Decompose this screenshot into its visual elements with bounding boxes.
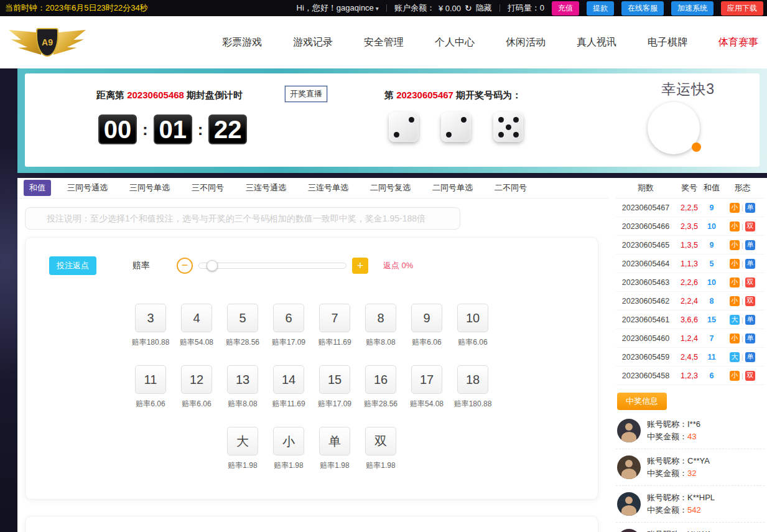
bet-option-5[interactable]: 5赔率28.56: [220, 304, 265, 348]
divider: [500, 4, 500, 12]
app-download-button[interactable]: 应用下载: [721, 1, 763, 16]
odds-plus-button[interactable]: +: [352, 258, 368, 274]
customer-service-button[interactable]: 在线客服: [621, 1, 664, 16]
user-menu[interactable]: Hi，您好！gagaqince▾: [297, 2, 379, 14]
odds-slider-handle[interactable]: [207, 260, 218, 271]
option-value[interactable]: 4: [181, 304, 212, 332]
chevron-down-icon: ▾: [376, 5, 379, 12]
nav-item-lottery[interactable]: 彩票游戏: [222, 36, 262, 49]
bet-option-3[interactable]: 3赔率180.88: [128, 304, 173, 348]
bet-option-big[interactable]: 大赔率1.98: [220, 427, 265, 471]
option-value[interactable]: 12: [181, 365, 212, 394]
option-value[interactable]: 15: [319, 365, 350, 394]
winner-name: K**HPL: [687, 493, 715, 502]
option-value[interactable]: 单: [319, 427, 350, 455]
option-value[interactable]: 8: [365, 304, 396, 332]
countdown-suffix: 期封盘倒计时: [187, 90, 243, 100]
option-value[interactable]: 大: [227, 427, 258, 455]
deposit-button[interactable]: 充值: [552, 1, 579, 16]
winners-title-button[interactable]: 中奖信息: [617, 393, 667, 410]
option-value[interactable]: 5: [227, 304, 258, 332]
speed-system-button[interactable]: 加速系统: [671, 1, 714, 16]
die-pip: [400, 116, 407, 123]
option-value[interactable]: 9: [411, 304, 442, 332]
bet-rebate-button[interactable]: 投注返点: [49, 256, 96, 275]
tab-sanbutonghao[interactable]: 三不同号: [186, 180, 230, 196]
bet-option-13[interactable]: 13赔率8.08: [220, 365, 265, 409]
tab-santonghao-danxuan[interactable]: 三同号单选: [124, 180, 175, 196]
option-value[interactable]: 双: [365, 427, 396, 455]
option-value[interactable]: 7: [319, 304, 350, 332]
hide-balance-button[interactable]: 隐藏: [476, 2, 492, 14]
option-value[interactable]: 3: [135, 304, 166, 332]
odds-minus-button[interactable]: −: [177, 258, 193, 274]
bet-option-8[interactable]: 8赔率8.08: [358, 304, 403, 348]
bet-option-15[interactable]: 15赔率17.09: [312, 365, 357, 409]
tab-ertonghao-fuxuan[interactable]: 二同号复选: [365, 180, 416, 196]
bet-option-17[interactable]: 17赔率54.08: [404, 365, 449, 409]
refresh-balance-icon[interactable]: ↻: [465, 3, 472, 13]
option-value[interactable]: 11: [135, 365, 166, 394]
tab-santonghao-tongxuan[interactable]: 三同号通选: [62, 180, 113, 196]
nav-item-boardgames[interactable]: 电子棋牌: [648, 36, 687, 49]
header-sum: 和值: [703, 182, 720, 194]
row-issue: 20230605458: [616, 371, 676, 380]
bet-option-small[interactable]: 小赔率1.98: [266, 427, 311, 471]
option-value[interactable]: 18: [457, 365, 488, 394]
bet-option-14[interactable]: 14赔率11.69: [266, 365, 311, 409]
option-odds: 赔率8.08: [228, 399, 257, 409]
odds-label: 赔率: [132, 260, 150, 271]
option-value[interactable]: 13: [227, 365, 258, 394]
tab-ertonghao-danxuan[interactable]: 二同号单选: [427, 180, 478, 196]
tab-hezhi[interactable]: 和值: [24, 180, 51, 196]
winner-name-label: 账号昵称：: [647, 419, 687, 429]
option-value[interactable]: 10: [457, 304, 488, 332]
option-value[interactable]: 16: [365, 365, 396, 394]
option-value[interactable]: 6: [273, 304, 304, 332]
bet-option-6[interactable]: 6赔率17.09: [266, 304, 311, 348]
odds-slider[interactable]: [198, 263, 346, 269]
row-shape: 小|双: [720, 296, 765, 306]
main-content: 和值 三同号通选 三同号单选 三不同号 三连号通选 三连号单选 二同号复选 二同…: [17, 178, 767, 532]
nav-item-sports[interactable]: 体育赛事: [718, 36, 758, 49]
bet-option-11[interactable]: 11赔率6.06: [128, 365, 173, 409]
die-pip: [400, 131, 407, 138]
bet-option-16[interactable]: 16赔率28.56: [358, 365, 403, 409]
row-numbers: 2,4,5: [676, 353, 703, 362]
bet-option-even[interactable]: 双赔率1.98: [358, 427, 403, 471]
option-odds: 赔率1.98: [228, 460, 257, 471]
result-row: 202306054662,3,510小|双: [616, 217, 765, 236]
die-pip: [512, 131, 519, 138]
nav-item-security[interactable]: 安全管理: [364, 36, 404, 49]
die-pip: [407, 131, 415, 138]
live-draw-button[interactable]: 开奖直播: [285, 86, 327, 102]
badge-separator: |: [741, 241, 743, 249]
option-value[interactable]: 14: [273, 365, 304, 394]
bet-option-7[interactable]: 7赔率11.69: [312, 304, 357, 348]
bet-option-odd[interactable]: 单赔率1.98: [312, 427, 357, 471]
bet-option-4[interactable]: 4赔率54.08: [174, 304, 219, 348]
tab-sanlianhao-tongxuan[interactable]: 三连号通选: [240, 180, 292, 196]
bet-option-12[interactable]: 12赔率6.06: [174, 365, 219, 409]
die-pip: [460, 116, 467, 123]
bet-option-10[interactable]: 10赔率6.06: [450, 304, 495, 348]
tab-sanlianhao-danxuan[interactable]: 三连号单选: [302, 180, 354, 196]
nav-item-records[interactable]: 游戏记录: [293, 36, 333, 49]
size-badge: 小: [730, 222, 740, 231]
bet-option-9[interactable]: 9赔率6.06: [404, 304, 449, 348]
row-sum: 11: [703, 353, 720, 362]
site-logo[interactable]: A9: [9, 28, 86, 57]
parity-badge: 单: [745, 352, 755, 362]
winner-avatar: [617, 492, 641, 516]
current-clock: 当前时钟：2023年6月5日23时22分34秒: [5, 2, 148, 14]
nav-item-leisure[interactable]: 休闲活动: [506, 36, 546, 49]
withdraw-button[interactable]: 提款: [587, 1, 614, 16]
nav-item-live[interactable]: 真人视讯: [577, 36, 616, 49]
row-sum: 10: [703, 278, 720, 287]
option-value[interactable]: 小: [273, 427, 304, 455]
option-value[interactable]: 17: [411, 365, 442, 394]
bet-option-18[interactable]: 18赔率180.88: [450, 365, 495, 409]
nav-item-profile[interactable]: 个人中心: [435, 36, 475, 49]
kuai3-logo-text: 快3: [658, 118, 677, 135]
tab-erbutonghao[interactable]: 二不同号: [489, 180, 532, 196]
